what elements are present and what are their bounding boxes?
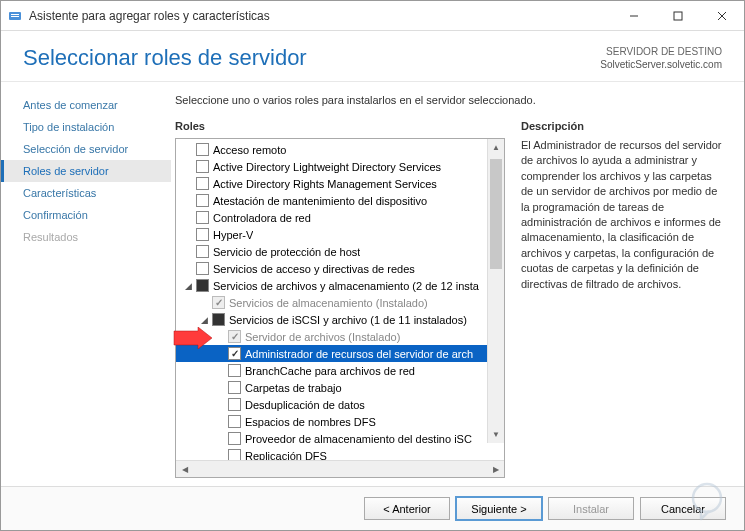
horizontal-scrollbar[interactable]: ◀ ▶ — [176, 460, 504, 477]
sidebar-step-5[interactable]: Confirmación — [1, 204, 171, 226]
svg-rect-2 — [11, 16, 19, 17]
titlebar: Asistente para agregar roles y caracterí… — [1, 1, 744, 31]
role-label: Servicios de archivos y almacenamiento (… — [213, 280, 479, 292]
minimize-button[interactable] — [612, 1, 656, 30]
role-checkbox — [228, 330, 241, 343]
scroll-right-button[interactable]: ▶ — [487, 461, 504, 478]
maximize-button[interactable] — [656, 1, 700, 30]
role-checkbox[interactable] — [196, 143, 209, 156]
window-controls — [612, 1, 744, 30]
description-column: Descripción El Administrador de recursos… — [521, 120, 726, 478]
role-label: Proveedor de almacenamiento del destino … — [245, 433, 472, 445]
role-label: Servicio de protección de host — [213, 246, 360, 258]
collapse-icon[interactable]: ◢ — [198, 314, 210, 326]
role-label: Active Directory Lightweight Directory S… — [213, 161, 441, 173]
role-label: Servicios de almacenamiento (Instalado) — [229, 297, 428, 309]
speech-bubble-watermark — [687, 481, 727, 521]
sidebar-step-3[interactable]: Roles de servidor — [1, 160, 171, 182]
install-button[interactable]: Instalar — [548, 497, 634, 520]
role-checkbox[interactable] — [212, 313, 225, 326]
collapse-icon[interactable]: ◢ — [182, 280, 194, 292]
sidebar-step-4[interactable]: Características — [1, 182, 171, 204]
tree-row[interactable]: Servidor de archivos (Instalado) — [176, 328, 504, 345]
app-icon — [7, 8, 23, 24]
description-text: El Administrador de recursos del servido… — [521, 138, 726, 292]
window-title: Asistente para agregar roles y caracterí… — [29, 9, 612, 23]
columns: Roles Acceso remotoActive Directory Ligh… — [175, 120, 726, 478]
role-checkbox[interactable] — [196, 262, 209, 275]
role-checkbox[interactable] — [228, 449, 241, 460]
role-checkbox[interactable] — [196, 177, 209, 190]
tree-row[interactable]: Atestación de mantenimiento del disposit… — [176, 192, 504, 209]
tree-row[interactable]: BranchCache para archivos de red — [176, 362, 504, 379]
tree-row[interactable]: Replicación DFS — [176, 447, 504, 460]
role-checkbox[interactable] — [228, 432, 241, 445]
tree-row[interactable]: Carpetas de trabajo — [176, 379, 504, 396]
svg-rect-1 — [11, 14, 19, 15]
role-label: Servicios de acceso y directivas de rede… — [213, 263, 415, 275]
wizard-header: Seleccionar roles de servidor SERVIDOR D… — [1, 31, 744, 82]
tree-row[interactable]: Active Directory Lightweight Directory S… — [176, 158, 504, 175]
sidebar-step-1[interactable]: Tipo de instalación — [1, 116, 171, 138]
tree-row[interactable]: Acceso remoto — [176, 141, 504, 158]
role-label: Servicios de iSCSI y archivo (1 de 11 in… — [229, 314, 467, 326]
role-checkbox[interactable] — [228, 347, 241, 360]
tree-row[interactable]: Administrador de recursos del servidor d… — [176, 345, 504, 362]
role-checkbox[interactable] — [196, 160, 209, 173]
roles-tree-scroll: Acceso remotoActive Directory Lightweigh… — [176, 139, 504, 460]
tree-row[interactable]: Active Directory Rights Management Servi… — [176, 175, 504, 192]
role-checkbox[interactable] — [196, 279, 209, 292]
tree-row[interactable]: Desduplicación de datos — [176, 396, 504, 413]
role-checkbox[interactable] — [228, 381, 241, 394]
destination-server: SolveticServer.solvetic.com — [600, 58, 722, 71]
sidebar-step-0[interactable]: Antes de comenzar — [1, 94, 171, 116]
role-checkbox[interactable] — [196, 194, 209, 207]
roles-column: Roles Acceso remotoActive Directory Ligh… — [175, 120, 505, 478]
role-checkbox[interactable] — [228, 415, 241, 428]
next-button[interactable]: Siguiente > — [456, 497, 542, 520]
role-label: Acceso remoto — [213, 144, 286, 156]
role-checkbox[interactable] — [196, 211, 209, 224]
wizard-buttons: < Anterior Siguiente > Instalar Cancelar — [1, 486, 744, 530]
roles-tree[interactable]: Acceso remotoActive Directory Lightweigh… — [176, 139, 504, 460]
tree-row[interactable]: Servicios de acceso y directivas de rede… — [176, 260, 504, 277]
role-checkbox[interactable] — [196, 228, 209, 241]
tree-row[interactable]: ◢Servicios de iSCSI y archivo (1 de 11 i… — [176, 311, 504, 328]
vertical-scrollbar[interactable]: ▲ ▼ — [487, 139, 504, 443]
role-checkbox[interactable] — [196, 245, 209, 258]
role-label: Administrador de recursos del servidor d… — [245, 348, 473, 360]
vertical-scroll-thumb[interactable] — [490, 159, 502, 269]
role-label: Espacios de nombres DFS — [245, 416, 376, 428]
sidebar-step-6: Resultados — [1, 226, 171, 248]
tree-row[interactable]: Espacios de nombres DFS — [176, 413, 504, 430]
sidebar-step-2[interactable]: Selección de servidor — [1, 138, 171, 160]
role-checkbox[interactable] — [228, 398, 241, 411]
tree-row[interactable]: Servicios de almacenamiento (Instalado) — [176, 294, 504, 311]
destination-info: SERVIDOR DE DESTINO SolveticServer.solve… — [600, 45, 722, 71]
destination-label: SERVIDOR DE DESTINO — [600, 45, 722, 58]
tree-row[interactable]: Servicio de protección de host — [176, 243, 504, 260]
scroll-down-button[interactable]: ▼ — [488, 426, 504, 443]
main-content: Seleccione uno o varios roles para insta… — [171, 82, 744, 486]
tree-row[interactable]: Hyper-V — [176, 226, 504, 243]
role-label: Carpetas de trabajo — [245, 382, 342, 394]
tree-row[interactable]: ◢Servicios de archivos y almacenamiento … — [176, 277, 504, 294]
scroll-left-button[interactable]: ◀ — [176, 461, 193, 478]
close-button[interactable] — [700, 1, 744, 30]
role-label: Active Directory Rights Management Servi… — [213, 178, 437, 190]
scroll-up-button[interactable]: ▲ — [488, 139, 504, 156]
role-label: Controladora de red — [213, 212, 311, 224]
svg-point-8 — [693, 484, 721, 512]
wizard-window: Asistente para agregar roles y caracterí… — [0, 0, 745, 531]
tree-row[interactable]: Proveedor de almacenamiento del destino … — [176, 430, 504, 447]
role-label: Desduplicación de datos — [245, 399, 365, 411]
role-checkbox[interactable] — [228, 364, 241, 377]
instruction-text: Seleccione uno o varios roles para insta… — [175, 94, 726, 106]
previous-button[interactable]: < Anterior — [364, 497, 450, 520]
role-checkbox — [212, 296, 225, 309]
svg-rect-4 — [674, 12, 682, 20]
role-label: BranchCache para archivos de red — [245, 365, 415, 377]
role-label: Hyper-V — [213, 229, 253, 241]
roles-tree-box: Acceso remotoActive Directory Lightweigh… — [175, 138, 505, 478]
tree-row[interactable]: Controladora de red — [176, 209, 504, 226]
